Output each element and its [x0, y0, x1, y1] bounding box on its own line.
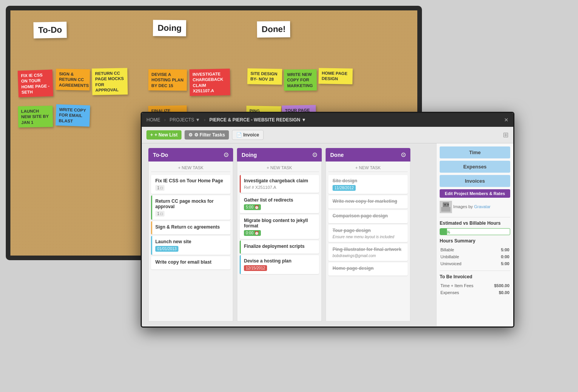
col-body-doing: + NEW TASK Investigate chargeback claim …	[237, 162, 322, 321]
task-card[interactable]: Finalize deployment scripts	[240, 241, 319, 254]
kanban-col-done: Done ⊙ + NEW TASK Site design 11/28/2012…	[326, 148, 410, 321]
col-menu-doing[interactable]: ⊙	[312, 151, 317, 158]
plus-icon: +	[150, 132, 153, 138]
kanban-col-doing: Doing ⊙ + NEW TASK Investigate chargebac…	[237, 148, 322, 321]
task-card[interactable]: Ping illustrator for final artwork bobdr…	[328, 244, 408, 261]
col-body-done: + NEW TASK Site design 11/28/2012 Write …	[326, 162, 410, 321]
time-badge: 0:00 ⏰	[244, 230, 261, 236]
task-card[interactable]: Write new copy for marketing	[328, 195, 408, 209]
col-title-done: Done	[330, 152, 344, 158]
task-card[interactable]: Investigate chargeback claim Ref # X2511…	[240, 175, 319, 193]
progress-bar: 10%	[440, 228, 510, 235]
sticky-note: Investigate Chargeback Claim X251107.A	[189, 69, 230, 96]
expenses-button[interactable]: Expenses	[440, 161, 510, 173]
invoice-table: Time + Item Fees $500.00 Expenses $0.00	[440, 282, 510, 296]
app-nav: HOME › PROJECTS ▼ › PIERCE & PIERCE - WE…	[142, 113, 513, 127]
table-row: Time + Item Fees $500.00	[440, 283, 509, 289]
nav-project-name[interactable]: PIERCE & PIERCE - WEBSITE REDESIGN ▼	[209, 117, 306, 123]
nav-projects[interactable]: PROJECTS ▼	[170, 117, 200, 123]
date-badge: 12/15/2012	[244, 265, 267, 271]
gear-icon: ⚙	[188, 132, 193, 138]
avatar	[440, 201, 452, 213]
invoice-title: To Be Invoiced	[440, 274, 510, 279]
new-list-button[interactable]: + + New List	[146, 130, 181, 140]
new-task-doing[interactable]: + NEW TASK	[240, 164, 319, 172]
task-card[interactable]: Return CC page mocks for approval 1 □	[151, 195, 230, 220]
progress-label: 10%	[442, 229, 450, 235]
hours-table: Billable 5:00 Unbillable 0:00 Uninvoiced…	[440, 246, 510, 268]
svg-rect-3	[444, 204, 446, 205]
col-title-doing: Doing	[242, 152, 257, 158]
task-card[interactable]: Tour page design Ensure new menu layout …	[328, 225, 408, 242]
invoice-icon: 📄	[236, 132, 242, 138]
time-badge: 5:00 ⏰	[244, 204, 261, 210]
task-card[interactable]: Devise a hosting plan 12/15/2012	[240, 255, 319, 274]
right-sidebar: Time Expenses Invoices Edit Project Memb…	[436, 143, 513, 326]
table-row: Expenses $0.00	[440, 289, 509, 296]
task-card[interactable]: Sign & Return cc agreements	[151, 221, 230, 234]
task-card[interactable]: Fix IE CSS on Tour Home Page 1 □	[151, 175, 230, 194]
hours-summary-title: Hours Summary	[440, 238, 510, 244]
task-card[interactable]: Home page design	[328, 262, 408, 276]
col-title-todo: To-Do	[153, 152, 168, 158]
sticky-note: Launch New Site By Jan 1	[18, 106, 53, 127]
col-menu-todo[interactable]: ⊙	[223, 151, 229, 158]
task-card[interactable]: Migrate blog content to jekyll format 0:…	[240, 215, 319, 239]
corkboard-todo-label: To-Do	[34, 22, 67, 38]
corkboard-doing-label: Doing	[153, 20, 187, 37]
sticky-note: Sign & Return CC Agreements	[56, 69, 90, 90]
task-card[interactable]: Comparison page design	[328, 210, 408, 223]
gravatar-text: Images by	[453, 204, 474, 209]
gravatar-link[interactable]: Gravatar	[474, 204, 491, 209]
sticky-note: Home Page Design	[319, 68, 353, 84]
kanban-area: To-Do ⊙ + NEW TASK Fix IE CSS on Tour Ho…	[142, 143, 436, 326]
table-row: Uninvoiced 5:00	[440, 261, 509, 267]
col-body-todo: + NEW TASK Fix IE CSS on Tour Home Page …	[148, 162, 233, 321]
sticky-note: Return CC Page Mocks For Approval	[92, 68, 128, 95]
grid-view-icon[interactable]: ⊞	[503, 131, 509, 139]
task-card[interactable]: Gather list of redirects 5:00 ⏰	[240, 194, 319, 213]
sticky-note: Write New Copy For Marketing	[284, 69, 317, 91]
time-button[interactable]: Time	[440, 146, 510, 158]
new-task-todo[interactable]: + NEW TASK	[151, 164, 230, 172]
table-row: Unbillable 0:00	[440, 254, 509, 260]
new-task-done[interactable]: + NEW TASK	[328, 164, 408, 172]
count-badge: 1 □	[155, 211, 165, 217]
date-badge: 11/28/2012	[333, 185, 356, 191]
sticky-note: Write Copy For Email Blast	[55, 104, 90, 126]
date-badge: 01/01/2013	[155, 246, 178, 252]
svg-rect-4	[447, 204, 449, 205]
col-header-todo: To-Do ⊙	[148, 148, 233, 162]
corkboard-done-label: Done!	[257, 21, 291, 38]
invoices-button[interactable]: Invoices	[440, 175, 510, 187]
invoice-section: To Be Invoiced Time + Item Fees $500.00 …	[440, 271, 510, 296]
invoice-button[interactable]: 📄 Invoice	[232, 130, 264, 140]
task-card[interactable]: Launch new site 01/01/2013	[151, 236, 230, 255]
filter-tasks-button[interactable]: ⚙ ⚙ Filter Tasks	[185, 130, 229, 140]
attach-badge: 1 □	[155, 185, 165, 191]
task-card[interactable]: Write copy for email blast	[151, 256, 230, 269]
kanban-col-todo: To-Do ⊙ + NEW TASK Fix IE CSS on Tour Ho…	[148, 148, 233, 321]
task-card[interactable]: Site design 11/28/2012	[328, 175, 408, 194]
svg-rect-2	[441, 207, 450, 212]
nav-home[interactable]: HOME	[146, 117, 160, 123]
app-window: HOME › PROJECTS ▼ › PIERCE & PIERCE - WE…	[141, 112, 514, 328]
col-header-doing: Doing ⊙	[237, 148, 322, 162]
app-toolbar: + + New List ⚙ ⚙ Filter Tasks 📄 Invoice …	[142, 127, 513, 143]
table-row: Billable 5:00	[440, 247, 509, 253]
avatar-section: Images by Gravatar	[440, 201, 510, 213]
col-header-done: Done ⊙	[326, 148, 410, 162]
sticky-note: Fix IE CSS On Tour Home Page -Seth	[18, 69, 53, 97]
hours-section: Estimated vs Billable Hours 10% Hours Su…	[440, 217, 510, 268]
app-body: To-Do ⊙ + NEW TASK Fix IE CSS on Tour Ho…	[142, 143, 513, 326]
sticky-note: Site Design By- Nov 28	[247, 68, 282, 84]
sticky-note: Devise A Hosting Plan By Dec 15	[148, 69, 187, 91]
col-menu-done[interactable]: ⊙	[401, 151, 406, 158]
edit-members-button[interactable]: Edit Project Members & Rates	[440, 189, 510, 198]
estimated-label: Estimated vs Billable Hours	[440, 220, 510, 226]
close-button[interactable]: ✕	[504, 117, 509, 123]
